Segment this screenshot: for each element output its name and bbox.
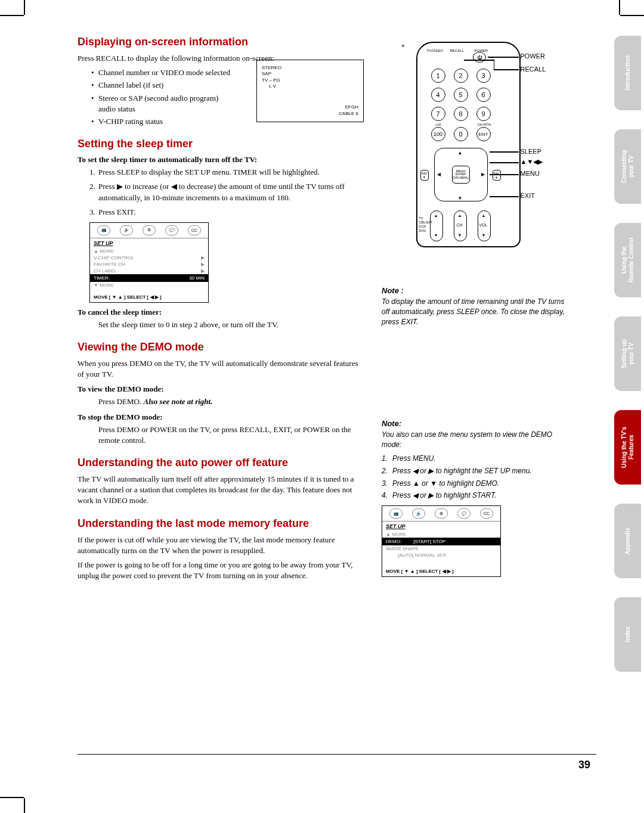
- cancel-text: Set the sleep timer to 0 in step 2 above…: [78, 319, 364, 330]
- num-5: 5: [454, 88, 468, 102]
- fav-down-button: FAV▼: [420, 170, 429, 181]
- step-text: Press SLEEP to display the SET UP menu. …: [98, 167, 320, 176]
- menu-tab-icon: 💬: [457, 508, 470, 519]
- note-intro: You also can use the menu system to view…: [382, 430, 566, 450]
- dpad-right: ▶: [481, 172, 485, 177]
- mode-labels: TV CBL/SAT VCR DVD: [419, 216, 433, 234]
- power-button: ⏻: [473, 52, 486, 63]
- btn-label: CH RTN: [478, 123, 491, 126]
- menu-tab-icon: ⚙: [435, 508, 448, 519]
- menu-title: SET UP: [382, 522, 500, 531]
- label-sleep: SLEEP: [521, 148, 541, 155]
- lastmode-p2: If the power is going to be off for a lo…: [78, 560, 364, 581]
- side-tab: Appendix: [614, 504, 641, 578]
- ent-button: ENT: [476, 127, 491, 141]
- menu-tab-icon: ⚙: [143, 225, 156, 235]
- num-8: 8: [454, 107, 468, 121]
- num-3: 3: [476, 69, 491, 83]
- label-arrows: ▲▼◀▶: [521, 158, 543, 166]
- demo-menu-box: 📺 🔊 ⚙ 💬 CC SET UP ▲ MOREDEMO:[START] STO…: [382, 505, 501, 577]
- step-text: Press EXIT.: [98, 207, 136, 216]
- crop-mark: [24, 798, 25, 813]
- menu-footer: MOVE [ ▼ ▲ ] SELECT [ ◀ ▶ ]: [94, 294, 162, 300]
- menu-tab-icon: CC: [480, 508, 493, 519]
- sub-heading: To stop the DEMO mode:: [78, 412, 364, 422]
- menu-item: V-CHIP CONTROL▶: [90, 255, 208, 261]
- osd-preview: STEREO SAP TV – PG L V EFGH CABLE 6: [256, 60, 364, 122]
- section-title-sleep: Setting the sleep timer: [78, 138, 364, 150]
- menu-footer: MOVE [ ▼ ▲ ] SELECT [ ◀ ▶ ]: [386, 569, 454, 574]
- page-footer-line: [78, 754, 596, 755]
- dpad-up: ▲: [458, 150, 463, 156]
- note-step: Press MENU.: [392, 454, 436, 463]
- num-2: 2: [454, 69, 468, 83]
- crop-mark: [619, 0, 620, 15]
- osd-right1: EFGH: [339, 104, 358, 110]
- label-exit: EXIT: [521, 192, 535, 199]
- btn-label: +10: [435, 123, 441, 126]
- dpad-left: ◀: [437, 172, 441, 177]
- side-tab: Using the TV's Features: [614, 410, 641, 485]
- bullet-item: V-CHIP rating status: [98, 116, 233, 127]
- menu-tab-icon: 📺: [97, 225, 110, 235]
- label-menu: MENU: [521, 170, 540, 177]
- osd-right2: CABLE 6: [339, 111, 358, 117]
- btn-label: RECALL: [450, 49, 464, 52]
- demo-intro: When you press DEMO on the TV, the TV wi…: [78, 358, 364, 380]
- remote-diagram: TV/VIDEO RECALL 👁 POWER ⏻ 1 2 3 4 5 6 7 …: [401, 36, 547, 250]
- menu-title: SET UP: [90, 238, 208, 248]
- menu-item: TIMER:30 MIN: [90, 274, 208, 282]
- section-title-demo: Viewing the DEMO mode: [78, 341, 364, 353]
- osd-line: TV – PG: [262, 77, 358, 83]
- menu-item: IMAGE SHAPE: [382, 545, 500, 552]
- fav-up-button: FAV▲: [493, 170, 501, 181]
- label-recall: RECALL: [521, 66, 546, 73]
- demo-stop-text: Press DEMO or POWER on the TV, or press …: [78, 424, 364, 446]
- menu-tab-icon: 🔊: [120, 225, 133, 235]
- menu-tab-icon: 💬: [165, 225, 178, 235]
- num-0: 0: [454, 127, 468, 141]
- bullet-item: Channel number or VIDEO mode selected: [98, 67, 233, 78]
- num-7: 7: [431, 107, 445, 121]
- side-tab: Setting up your TV: [614, 316, 641, 391]
- side-tab: Connecting your TV: [614, 129, 641, 204]
- lastmode-p1: If the power is cut off while you are vi…: [78, 535, 364, 556]
- osd-line: L V: [262, 83, 358, 89]
- step-text: Press ▶ to increase (or ◀ to decrease) t…: [98, 182, 345, 201]
- menu-item: DEMO:[START] STOP: [382, 538, 500, 545]
- note-step: Press ▲ or ▼ to highlight DEMO.: [392, 479, 499, 488]
- menu-item: ▲ MORE: [382, 531, 500, 538]
- sleep-steps: 1.Press SLEEP to display the SET UP menu…: [78, 167, 364, 218]
- side-tabs: IntroductionConnecting your TVUsing the …: [614, 36, 641, 691]
- side-tab: Using the Remote Control: [614, 223, 641, 297]
- note-text: To display the amount of time remaining …: [382, 297, 566, 327]
- label-power: POWER: [521, 52, 546, 60]
- menu-item: [AUTO] NORMAL 16:9: [382, 552, 500, 558]
- note-label: Note :: [382, 286, 566, 295]
- displaying-bullets: Channel number or VIDEO mode selected Ch…: [78, 67, 233, 127]
- bullet-item: Channel label (if set): [98, 80, 233, 91]
- section-title-lastmode: Understanding the last mode memory featu…: [78, 517, 364, 530]
- sub-heading: To view the DEMO mode:: [78, 384, 364, 394]
- num-4: 4: [431, 88, 445, 102]
- note-step: Press ◀ or ▶ to highlight the SET UP men…: [392, 467, 532, 475]
- page-number: 39: [578, 759, 590, 771]
- recall-button: 👁: [401, 44, 414, 52]
- menu-tab-icon: CC: [188, 225, 201, 235]
- crop-mark: [620, 15, 644, 16]
- side-tab: Introduction: [614, 36, 641, 110]
- menu-item: ▼ MORE: [90, 282, 208, 288]
- btn-label: TV/VIDEO: [427, 49, 444, 52]
- crop-mark: [0, 797, 24, 798]
- section-title-displaying: Displaying on-screen information: [78, 36, 364, 48]
- num-1: 1: [431, 69, 445, 83]
- bullet-item: Stereo or SAP (second audio program) aud…: [98, 93, 233, 114]
- menu-enter-button: MENU/ ENTER DVD MENU: [452, 166, 470, 184]
- autopower-text: The TV will automatically turn itself of…: [78, 474, 364, 507]
- sub-heading: To set the sleep timer to automatically …: [78, 155, 364, 165]
- menu-item: ▲ MORE: [90, 248, 208, 255]
- crop-mark: [24, 0, 25, 15]
- dpad-down: ▼: [458, 196, 463, 201]
- vol-label: VOL: [479, 223, 488, 227]
- num-9: 9: [476, 107, 491, 121]
